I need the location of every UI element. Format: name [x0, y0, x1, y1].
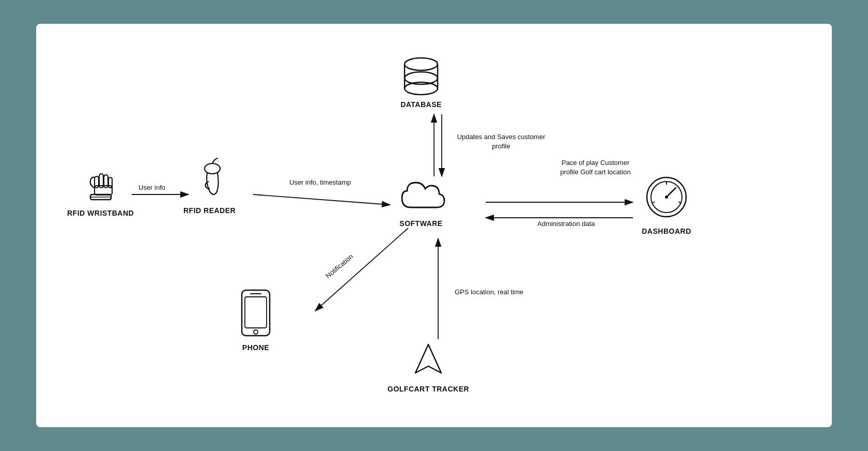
node-phone: PHONE	[238, 288, 274, 352]
software-label: SOFTWARE	[399, 219, 442, 228]
svg-rect-33	[245, 297, 267, 328]
rfid-wristband-label: RFID WRISTBAND	[67, 209, 134, 217]
svg-point-28	[665, 196, 668, 199]
dashboard-icon	[641, 171, 692, 223]
diagram-container: RFID WRISTBAND RFID READER	[36, 24, 832, 427]
phone-label: PHONE	[242, 343, 269, 352]
pace-play-label: Pace of play Customer profile Golf cart …	[553, 158, 638, 177]
svg-line-3	[253, 194, 390, 205]
node-rfid-reader: RFID READER	[183, 156, 236, 215]
dashboard-label: DASHBOARD	[642, 227, 691, 235]
node-software: SOFTWARE	[393, 176, 450, 228]
user-info-label: User info	[138, 183, 165, 192]
notification-label: Notification	[324, 252, 355, 280]
rfid-reader-label: RFID READER	[183, 206, 236, 215]
rfid-wristband-icon	[80, 163, 121, 205]
user-info-timestamp-label: User info, timestamp	[289, 178, 351, 187]
rfid-reader-icon	[187, 156, 233, 202]
database-label: DATABASE	[400, 100, 442, 109]
svg-line-27	[667, 188, 676, 197]
golfcart-tracker-icon	[405, 339, 452, 381]
phone-icon	[238, 288, 274, 339]
golfcart-tracker-label: GOLFCART TRACKER	[388, 385, 469, 393]
svg-line-30	[652, 202, 655, 203]
software-icon	[393, 176, 450, 215]
admin-data-label: Administration data	[537, 219, 595, 229]
node-rfid-wristband: RFID WRISTBAND	[67, 163, 134, 217]
svg-line-31	[678, 202, 681, 203]
database-icon	[398, 55, 444, 96]
node-database: DATABASE	[398, 55, 444, 109]
node-dashboard: DASHBOARD	[641, 171, 692, 235]
svg-point-18	[405, 58, 438, 70]
node-golfcart-tracker: GOLFCART TRACKER	[388, 339, 469, 393]
gps-location-label: GPS location, real time	[455, 288, 523, 297]
svg-point-35	[254, 330, 258, 334]
updates-saves-label: Updates and Saves customer profile	[455, 132, 548, 151]
svg-point-17	[205, 163, 220, 174]
